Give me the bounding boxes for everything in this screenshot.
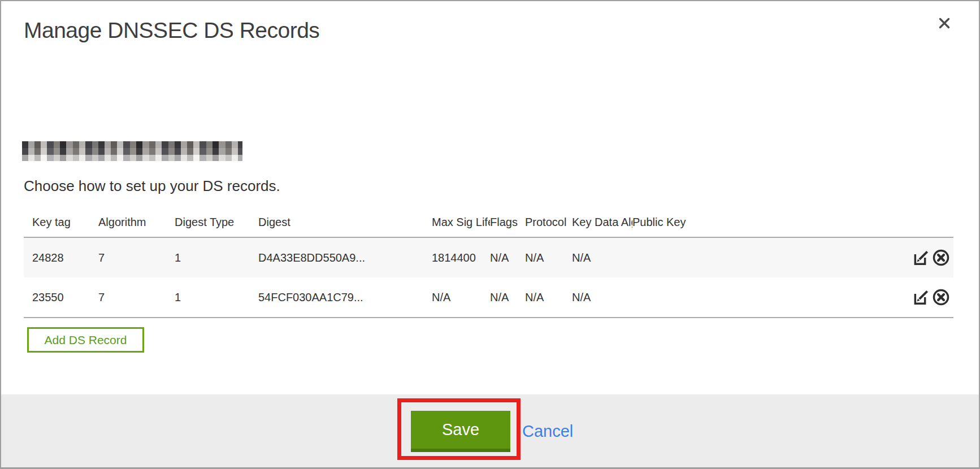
dnssec-dialog: Manage DNSSEC DS Records Choose how to s… (0, 0, 980, 469)
instruction-text: Choose how to set up your DS records. (24, 177, 280, 195)
close-icon (938, 16, 951, 32)
delete-record-button[interactable] (932, 288, 950, 306)
cell-flags: N/A (490, 291, 525, 304)
cell-digest-type: 1 (175, 291, 258, 304)
cell-max-sig-life: 1814400 (432, 251, 490, 264)
edit-record-button[interactable] (912, 288, 930, 306)
edit-icon (912, 288, 930, 306)
save-button[interactable]: Save (411, 411, 510, 452)
col-header-key-tag: Key tag (32, 216, 98, 229)
edit-icon (912, 249, 930, 267)
row-actions (906, 249, 953, 267)
cell-digest: D4A33E8DD550A9... (258, 251, 432, 264)
close-button[interactable] (937, 16, 952, 31)
col-header-flags: Flags (490, 216, 525, 229)
cell-protocol: N/A (525, 251, 572, 264)
col-header-protocol: Protocol (525, 216, 572, 229)
cell-key-tag: 23550 (32, 291, 98, 304)
col-header-digest: Digest (258, 216, 432, 229)
edit-record-button[interactable] (912, 249, 930, 267)
cell-algorithm: 7 (98, 251, 175, 264)
page-title: Manage DNSSEC DS Records (24, 18, 319, 43)
col-header-max-sig-life: Max Sig Life (432, 216, 490, 229)
cell-protocol: N/A (525, 291, 572, 304)
cell-key-tag: 24828 (32, 251, 98, 264)
delete-record-button[interactable] (932, 249, 950, 267)
add-ds-record-button[interactable]: Add DS Record (27, 327, 144, 353)
ds-records-table: Key tag Algorithm Digest Type Digest Max… (24, 207, 953, 318)
cell-max-sig-life: N/A (432, 291, 490, 304)
remove-icon (932, 249, 950, 267)
cell-algorithm: 7 (98, 291, 175, 304)
cancel-link[interactable]: Cancel (522, 422, 573, 441)
table-row: 24828 7 1 D4A33E8DD550A9... 1814400 N/A … (24, 238, 953, 277)
cell-flags: N/A (490, 251, 525, 264)
col-header-key-data-alg: Key Data Alg (572, 216, 632, 229)
cell-key-data-alg: N/A (572, 291, 632, 304)
cell-digest: 54FCF030AA1C79... (258, 291, 432, 304)
domain-name-redacted (22, 141, 242, 161)
table-row: 23550 7 1 54FCF030AA1C79... N/A N/A N/A … (24, 277, 953, 317)
row-actions (906, 288, 953, 306)
remove-icon (932, 288, 950, 306)
col-header-digest-type: Digest Type (175, 216, 258, 229)
table-header-row: Key tag Algorithm Digest Type Digest Max… (24, 207, 953, 237)
col-header-algorithm: Algorithm (98, 216, 175, 229)
table-body: 24828 7 1 D4A33E8DD550A9... 1814400 N/A … (24, 237, 953, 318)
col-header-public-key: Public Key (632, 216, 906, 229)
cell-digest-type: 1 (175, 251, 258, 264)
cell-key-data-alg: N/A (572, 251, 632, 264)
